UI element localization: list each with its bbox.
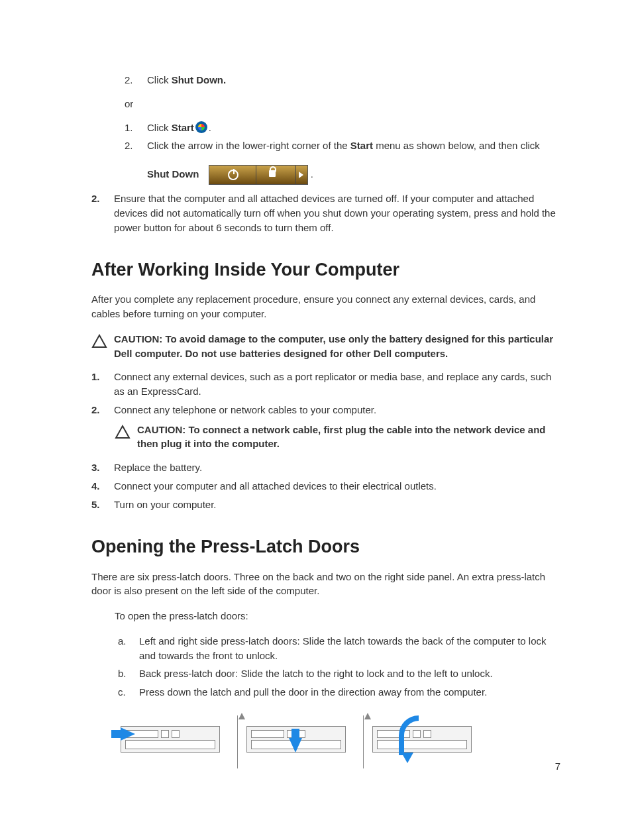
caution-text: CAUTION: To avoid damage to the computer… (114, 332, 560, 361)
caution-text: CAUTION: To connect a network cable, fir… (137, 423, 560, 452)
divider (256, 166, 256, 184)
after-step-2: 2. Connect any telephone or network cabl… (91, 403, 560, 417)
list-body: Click the arrow in the lower-right corne… (147, 138, 560, 153)
diagram-pull-open (370, 711, 476, 771)
list-body: Connect any external devices, such as a … (114, 370, 560, 399)
heading-after-working: After Working Inside Your Computer (91, 257, 560, 283)
letter-c: c. Press down the latch and pull the doo… (118, 685, 560, 700)
bold-text: Shut Down (147, 168, 199, 180)
paragraph: After you complete any replacement proce… (91, 292, 560, 321)
list-body: Replace the battery. (114, 460, 560, 475)
arrow-right-icon (121, 727, 135, 741)
list-body: Ensure that the computer and all attache… (114, 191, 560, 235)
divider (295, 166, 296, 184)
list-marker: 2. (91, 403, 105, 417)
list-marker: c. (118, 685, 130, 700)
outer-step-2: 2. Ensure that the computer and all atta… (91, 191, 560, 235)
letter-b: b. Back press-latch door: Slide the latc… (118, 666, 560, 681)
lettered-list: a. Left and right side press-latch doors… (118, 634, 560, 700)
text: Click (147, 74, 172, 85)
text: menu as shown below, and then click (373, 140, 540, 151)
caution-triangle-icon (115, 424, 131, 440)
step-2-click-shutdown: 2. Click Shut Down. (125, 73, 560, 87)
list-body: Click Start. (147, 121, 560, 135)
text: . (209, 122, 211, 133)
start-orb-icon (195, 121, 207, 133)
paragraph: There are six press-latch doors. Three o… (91, 570, 560, 599)
shutdown-bar-row: Shut Down . (147, 165, 560, 185)
shutdown-toolbar-image (209, 165, 308, 185)
diagram-press-down (244, 711, 350, 771)
text: Click (147, 122, 172, 133)
list-body: Connect any telephone or network cables … (114, 403, 560, 417)
list-body: Connect your computer and all attached d… (114, 479, 560, 494)
list-marker: 2. (125, 138, 138, 153)
press-latch-diagrams (118, 711, 560, 771)
heading-press-latch: Opening the Press-Latch Doors (91, 534, 560, 560)
arrow-icon (299, 172, 303, 178)
or-text: or (125, 97, 560, 111)
alt-step-2: 2. Click the arrow in the lower-right co… (125, 138, 560, 153)
after-step-5: 5. Turn on your computer. (91, 498, 560, 512)
paragraph: To open the press-latch doors: (115, 609, 560, 623)
list-body: Click Shut Down. (147, 73, 560, 87)
bold-text: Shut Down. (172, 74, 227, 85)
arrow-down-icon (289, 738, 302, 753)
power-icon (228, 170, 238, 180)
list-body: Press down the latch and pull the door i… (139, 685, 560, 700)
alt-step-1: 1. Click Start. (125, 121, 560, 135)
list-marker: a. (118, 634, 130, 663)
list-marker: 4. (91, 479, 105, 494)
page-number: 7 (555, 759, 560, 774)
list-marker: 1. (125, 121, 138, 135)
after-step-4: 4. Connect your computer and all attache… (91, 479, 560, 494)
bold-text: Start (350, 140, 373, 151)
lock-icon (269, 170, 276, 177)
text: Click the arrow in the lower-right corne… (147, 140, 350, 151)
text: . (311, 168, 313, 180)
caution-triangle-icon (91, 333, 107, 349)
list-marker: 2. (91, 191, 105, 235)
list-marker: 5. (91, 498, 105, 512)
diagram-slide-right (118, 711, 224, 771)
curve-arrow-icon (399, 715, 419, 755)
list-body: Turn on your computer. (114, 498, 560, 512)
list-marker: 2. (125, 73, 138, 87)
list-marker: b. (118, 666, 130, 681)
after-step-3: 3. Replace the battery. (91, 460, 560, 475)
bold-text: Start (172, 122, 194, 133)
caution-block: CAUTION: To avoid damage to the computer… (91, 332, 560, 361)
list-body: Back press-latch door: Slide the latch t… (139, 666, 560, 681)
list-marker: 3. (91, 460, 105, 475)
caution-block-nested: CAUTION: To connect a network cable, fir… (115, 423, 560, 452)
list-marker: 1. (91, 370, 105, 399)
letter-a: a. Left and right side press-latch doors… (118, 634, 560, 663)
after-step-1: 1. Connect any external devices, such as… (91, 370, 560, 399)
list-body: Left and right side press-latch doors: S… (139, 634, 560, 663)
